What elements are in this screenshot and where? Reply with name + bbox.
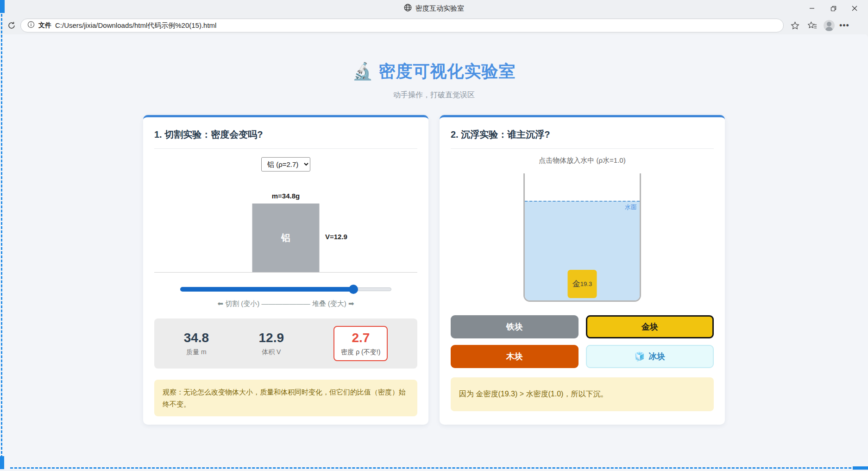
slider-fill [180, 287, 353, 292]
web-page: 🔬 密度可视化实验室 动手操作，打破直觉误区 1. 切割实验：密度会变吗? 铝 … [0, 34, 868, 471]
water-surface-label: 水面 [625, 203, 637, 211]
submerged-gold-block[interactable]: 金19.3 [568, 270, 597, 298]
object-buttons: 铁块 金块 木块 🧊冰块 [451, 315, 714, 368]
block-stage: m=34.8g 铝 V=12.9 [154, 179, 417, 273]
cut-experiment-heading: 1. 切割实验：密度会变吗? [154, 128, 417, 149]
address-input[interactable]: 文件 C:/Users/jixia/Downloads/html代码示例%20(… [20, 19, 784, 32]
volume-stat: 12.9 体积 V [259, 331, 284, 356]
float-experiment-heading: 2. 沉浮实验：谁主沉浮? [451, 128, 714, 149]
mass-stat-label: 质量 m [184, 348, 209, 356]
water: 水面 金19.3 [525, 201, 640, 300]
mass-stat: 34.8 质量 m [184, 331, 209, 356]
submerged-name: 金 [572, 279, 580, 289]
material-block: 铝 [252, 204, 320, 272]
result-explanation: 因为 金密度(19.3) > 水密度(1.0)，所以下沉。 [451, 377, 714, 411]
float-hint: 点击物体放入水中 (ρ水=1.0) [451, 156, 714, 165]
minimize-button[interactable] [801, 0, 823, 17]
size-slider[interactable] [180, 285, 391, 294]
submerged-density: 19.3 [580, 280, 592, 287]
browser-titlebar: 密度互动实验室 [0, 0, 868, 17]
volume-value: 12.9 [259, 331, 284, 345]
cut-experiment-card: 1. 切割实验：密度会变吗? 铝 (ρ=2.7) m=34.8g 铝 V=12.… [143, 115, 428, 425]
observation-note: 观察：无论怎么改变物体大小，质量和体积同时变化，但它们的比值（密度）始终不变。 [154, 380, 417, 416]
density-stat-label: 密度 ρ (不变!) [341, 348, 380, 356]
wood-block-button[interactable]: 木块 [451, 345, 579, 368]
slider-caption: ⬅ 切割 (变小) ——————— 堆叠 (变大) ➡ [154, 299, 417, 308]
microscope-icon: 🔬 [352, 62, 374, 81]
refresh-button[interactable] [5, 19, 19, 32]
close-button[interactable] [844, 0, 865, 17]
page-title: 🔬 密度可视化实验室 [0, 60, 868, 83]
gold-block-button[interactable]: 金块 [586, 315, 714, 338]
material-select[interactable]: 铝 (ρ=2.7) [261, 157, 310, 172]
volume-label: V=12.9 [325, 233, 347, 241]
density-stat: 2.7 密度 ρ (不变!) [333, 326, 388, 361]
mass-value: 34.8 [184, 331, 209, 345]
page-subtitle: 动手操作，打破直觉误区 [0, 90, 868, 100]
ice-cube-icon: 🧊 [635, 351, 645, 362]
beaker: 水面 金19.3 [523, 173, 641, 302]
density-value: 2.7 [341, 331, 380, 345]
ice-block-button[interactable]: 🧊冰块 [586, 345, 714, 368]
volume-stat-label: 体积 V [259, 348, 284, 356]
profile-avatar[interactable] [824, 20, 835, 31]
globe-favicon-icon [404, 4, 412, 13]
browser-menu-button[interactable]: ••• [839, 21, 849, 31]
info-icon[interactable] [27, 21, 35, 30]
url-scheme-label: 文件 [38, 21, 51, 30]
mass-label: m=34.8g [272, 192, 300, 200]
favorites-list-button[interactable] [806, 19, 819, 32]
favorite-star-button[interactable] [788, 19, 801, 32]
stats-panel: 34.8 质量 m 12.9 体积 V 2.7 密度 ρ (不变!) [154, 318, 417, 369]
window-title: 密度互动实验室 [404, 4, 464, 13]
browser-addressbar: 文件 C:/Users/jixia/Downloads/html代码示例%20(… [0, 17, 868, 34]
slider-thumb[interactable] [349, 285, 358, 294]
iron-block-button[interactable]: 铁块 [451, 315, 579, 338]
window-title-text: 密度互动实验室 [415, 4, 464, 13]
float-experiment-card: 2. 沉浮实验：谁主沉浮? 点击物体放入水中 (ρ水=1.0) 水面 金19.3… [440, 115, 725, 425]
url-text: C:/Users/jixia/Downloads/html代码示例%20(15)… [55, 21, 216, 30]
restore-button[interactable] [823, 0, 844, 17]
